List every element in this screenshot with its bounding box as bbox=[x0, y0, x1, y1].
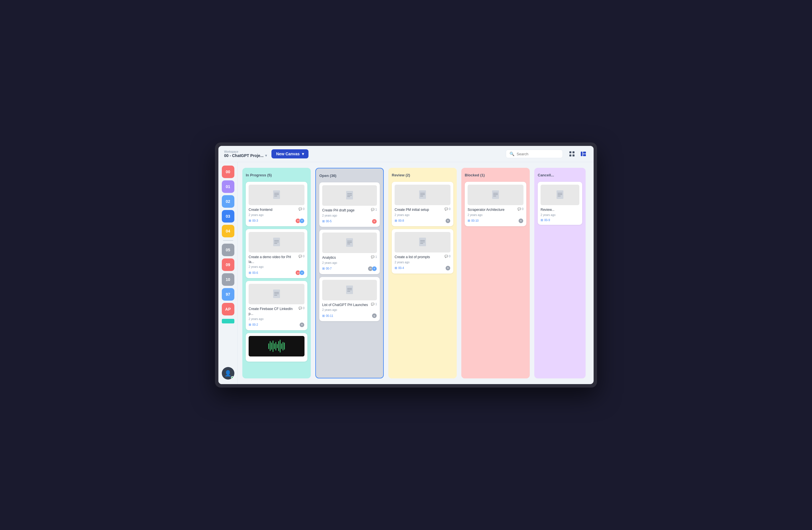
main-layout: 00 01 02 03 04 05 09 bbox=[218, 162, 594, 384]
mini-avatar: G bbox=[518, 218, 523, 223]
card-thumbnail bbox=[322, 280, 377, 300]
svg-rect-1 bbox=[572, 151, 575, 153]
card-meta: 💬 0 bbox=[299, 207, 304, 210]
card-timestamp: 2 years ago bbox=[249, 265, 304, 268]
card-footer: ⊞ 00-4 G bbox=[395, 266, 450, 271]
card-title: Create a demo video for PH la... bbox=[249, 255, 297, 264]
card-id-icon: ⊞ bbox=[322, 314, 325, 318]
card-title-row: Create PH draft page 💬 1 bbox=[322, 208, 377, 213]
column-header-review: Review (2) bbox=[392, 172, 453, 179]
mini-avatar: G bbox=[445, 266, 450, 271]
sidebar-item-04[interactable]: 04 bbox=[222, 225, 234, 237]
comment-count: 1 bbox=[375, 255, 377, 259]
card-id-text: 00-7 bbox=[326, 267, 332, 270]
workspace-name[interactable]: 00 - ChatGPT Proje... ▾ bbox=[224, 153, 267, 158]
device-frame: Workspace 00 - ChatGPT Proje... ▾ New Ca… bbox=[215, 143, 597, 387]
card-id: ⊞ 00-2 bbox=[249, 323, 258, 326]
card-id: ⊞ 00-4 bbox=[395, 266, 404, 270]
card-review-cancelled[interactable]: Review... 2 years ago ⊞ 00-9 bbox=[538, 182, 582, 225]
svg-rect-4 bbox=[581, 151, 582, 156]
comment-count: 0 bbox=[303, 255, 304, 258]
sidebar-item-03[interactable]: 03 bbox=[222, 210, 234, 223]
card-id: ⊞ 00-8 bbox=[395, 219, 404, 223]
card-pm-setup[interactable]: Create PM initial setup 💬 0 2 years ago … bbox=[392, 182, 453, 226]
column-blocked: Blocked (1) Scr bbox=[461, 168, 530, 379]
column-header-inprogress: In Progress (5) bbox=[246, 172, 307, 179]
sidebar-item-label: AP bbox=[225, 307, 231, 311]
search-input[interactable] bbox=[517, 152, 559, 156]
sidebar-item-05[interactable]: 05 bbox=[222, 244, 234, 256]
column-open: Open (36) bbox=[315, 168, 384, 379]
sidebar-item-AP[interactable]: AP bbox=[222, 303, 234, 315]
new-canvas-button[interactable]: New Canvas ▾ bbox=[272, 149, 308, 159]
card-id-icon: ⊞ bbox=[395, 266, 397, 270]
sidebar-divider bbox=[223, 240, 233, 241]
sidebar-item-label: 97 bbox=[226, 292, 230, 297]
card-ph-launches[interactable]: List of ChatGPT PH Launches 💬 1 2 years … bbox=[319, 277, 380, 321]
card-ph-draft[interactable]: Create PH draft page 💬 1 2 years ago ⊞ bbox=[319, 182, 380, 227]
workspace-selector[interactable]: Workspace 00 - ChatGPT Proje... ▾ bbox=[224, 150, 267, 158]
card-footer: ⊞ 00-6 U V bbox=[249, 270, 304, 275]
column-header-blocked: Blocked (1) bbox=[465, 172, 526, 179]
card-title-row: Scraperator Architecture 💬 0 bbox=[468, 207, 523, 212]
sidebar-item-97[interactable]: 97 bbox=[222, 288, 234, 300]
chevron-down-icon: ▾ bbox=[265, 153, 267, 158]
card-avatars: U V bbox=[295, 218, 304, 223]
workspace-name-text: 00 - ChatGPT Proje... bbox=[224, 153, 263, 158]
waveform-bar bbox=[280, 340, 280, 352]
card-waveform-card[interactable] bbox=[246, 333, 307, 362]
search-icon: 🔍 bbox=[509, 151, 514, 156]
card-id-text: 00-11 bbox=[326, 314, 333, 318]
card-thumbnail bbox=[322, 185, 377, 206]
sidebar-item-label: 10 bbox=[226, 277, 230, 282]
card-footer: ⊞ 00-3 U V bbox=[249, 218, 304, 223]
card-title-row: List of ChatGPT PH Launches 💬 1 bbox=[322, 303, 377, 307]
card-timestamp: 2 years ago bbox=[395, 214, 450, 217]
card-create-frontend[interactable]: Create frontend 💬 0 2 years ago ⊞ bbox=[246, 182, 307, 226]
card-firebase[interactable]: Create Firebase CF LinkedIn p... 💬 0 2 y… bbox=[246, 281, 307, 330]
card-id-icon: ⊞ bbox=[249, 271, 251, 275]
card-meta: 💬 0 bbox=[299, 307, 304, 310]
column-header-cancelled: Cancell... bbox=[538, 172, 582, 179]
card-id-icon: ⊞ bbox=[395, 219, 397, 223]
card-avatars: U V bbox=[295, 270, 304, 275]
mini-avatar: G bbox=[445, 218, 450, 223]
card-scraperator[interactable]: Scraperator Architecture 💬 0 2 years ago… bbox=[465, 182, 526, 226]
card-footer: ⊞ 00-10 G bbox=[468, 218, 523, 223]
card-timestamp: 2 years ago bbox=[395, 261, 450, 264]
sidebar-item-02[interactable]: 02 bbox=[222, 195, 234, 208]
sidebar-item-teal[interactable] bbox=[222, 319, 234, 323]
new-canvas-chevron-icon: ▾ bbox=[302, 151, 304, 156]
online-status-dot bbox=[231, 376, 234, 379]
card-avatars: G bbox=[299, 322, 304, 327]
user-avatar[interactable]: 👤 bbox=[222, 367, 234, 380]
sidebar-item-09[interactable]: 09 bbox=[222, 259, 234, 271]
grid-view-button[interactable] bbox=[567, 149, 577, 159]
mini-avatar: V bbox=[299, 270, 304, 275]
card-id-icon: ⊞ bbox=[322, 267, 325, 270]
sidebar-item-10[interactable]: 10 bbox=[222, 273, 234, 286]
header-icons bbox=[567, 149, 588, 159]
card-waveform-thumbnail bbox=[249, 336, 304, 356]
waveform-bar bbox=[277, 344, 278, 348]
card-title: List of ChatGPT PH Launches bbox=[322, 303, 368, 307]
comment-count: 0 bbox=[449, 207, 450, 210]
card-analytics[interactable]: Analytics 💬 1 2 years ago ⊞ 00-7 bbox=[319, 230, 380, 274]
card-prompts-list[interactable]: Create a list of prompts 💬 0 2 years ago… bbox=[392, 229, 453, 274]
sidebar-item-00[interactable]: 00 bbox=[222, 165, 234, 178]
comment-count: 0 bbox=[303, 207, 304, 210]
card-avatars: G bbox=[372, 313, 377, 318]
waveform-bar bbox=[273, 340, 273, 352]
card-thumbnail bbox=[468, 185, 523, 205]
mini-avatar: G bbox=[299, 322, 304, 327]
card-thumbnail bbox=[249, 185, 304, 205]
panel-view-button[interactable] bbox=[579, 149, 588, 159]
search-box[interactable]: 🔍 bbox=[506, 150, 563, 158]
card-demo-video[interactable]: Create a demo video for PH la... 💬 0 2 y… bbox=[246, 229, 307, 278]
sidebar-item-label: 02 bbox=[226, 199, 230, 204]
card-id: ⊞ 00-10 bbox=[468, 219, 479, 223]
svg-rect-3 bbox=[572, 154, 575, 157]
card-thumbnail bbox=[395, 232, 450, 252]
card-id: ⊞ 00-7 bbox=[322, 267, 332, 270]
sidebar-item-01[interactable]: 01 bbox=[222, 180, 234, 193]
